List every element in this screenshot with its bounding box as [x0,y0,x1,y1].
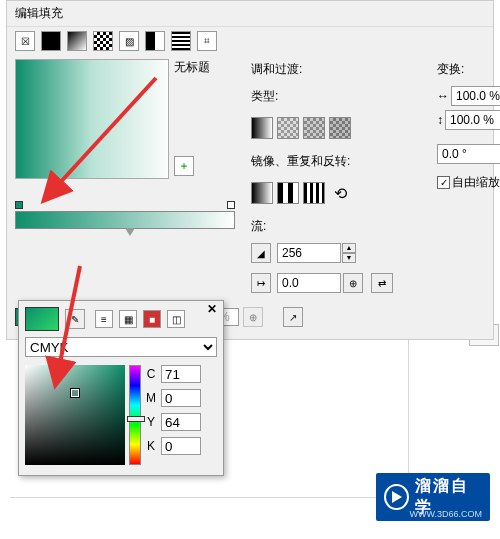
eyedropper-button[interactable]: ✎ [65,309,85,329]
picker-mode-sliders[interactable]: ≡ [95,310,113,328]
flow-input[interactable]: 256 [277,243,341,263]
fill-type-none[interactable]: ☒ [15,31,35,51]
fill-type-texture[interactable]: ▨ [119,31,139,51]
gradient-track[interactable] [15,211,235,229]
picker-mode-viewer[interactable]: ▦ [119,310,137,328]
cmyk-inputs: C M Y K [145,365,201,465]
mirror-repeat[interactable] [277,182,299,204]
flow-spin-down[interactable]: ▼ [342,253,356,263]
picker-mode-mixer[interactable]: ◫ [167,310,185,328]
m-label: M [145,391,157,405]
c-input[interactable] [161,365,201,383]
transform-width-input[interactable]: 100.0 % [451,86,500,106]
type-checker-1[interactable] [277,117,299,139]
fill-type-solid[interactable] [41,31,61,51]
gradient-preview [15,59,169,179]
sv-picker[interactable] [25,365,125,465]
picker-preview-chip [25,307,59,331]
c-label: C [145,367,157,381]
offset-arrow-icon: ↦ [251,273,271,293]
type-label: 类型: [251,88,397,105]
type-checker-2[interactable] [303,117,325,139]
fill-type-toolbar: ☒ ▨ ⌗ [7,27,493,55]
offset-input[interactable]: 0.0 [277,273,341,293]
mirror-swatches: ⟲ [251,182,397,204]
watermark-logo: 溜溜自学 WWW.3D66.COM [376,473,490,521]
hue-slider[interactable] [129,365,141,465]
color-picker-panel: ✕ ✎ ≡ ▦ ■ ◫ CMYK C M Y K [18,300,224,476]
fill-type-grid[interactable] [171,31,191,51]
transform-height-input[interactable]: 100.0 % [445,110,500,130]
node-opacity-2-extra: ⊕ [243,307,263,327]
type-linear[interactable] [251,117,273,139]
gradient-stop-end[interactable] [227,201,235,209]
free-scale-label: 自由缩放和 [452,174,500,191]
m-input[interactable] [161,389,201,407]
plus-icon: ＋ [179,159,189,173]
play-icon [384,484,409,510]
fill-editor-window: 编辑填充 ☒ ▨ ⌗ 无标题 ＋ [6,0,494,340]
fill-type-pattern[interactable] [93,31,113,51]
transform-rotation-input[interactable]: 0.0 ° [437,144,500,164]
y-label: Y [145,415,157,429]
swap-colors-button[interactable]: ⇄ [371,273,393,293]
offset-extra-button[interactable]: ⊕ [343,273,363,293]
fill-type-postscript[interactable]: ⌗ [197,31,217,51]
node-blend-button[interactable]: ↗ [283,307,303,327]
mirror-reflect[interactable] [303,182,325,204]
fill-type-gradient[interactable] [67,31,87,51]
mirror-none[interactable] [251,182,273,204]
gradient-midpoint-handle[interactable] [125,228,135,236]
preset-name-label: 无标题 [174,59,210,76]
flow-spin-up[interactable]: ▲ [342,243,356,253]
hue-thumb[interactable] [127,416,145,422]
type-checker-3[interactable] [329,117,351,139]
reverse-button[interactable]: ⟲ [329,182,351,204]
flow-label: 流: [251,218,397,235]
window-title: 编辑填充 [7,1,493,27]
logo-site: WWW.3D66.COM [409,509,482,519]
picker-close-button[interactable]: ✕ [205,303,219,317]
type-swatches [251,117,397,139]
add-preset-button[interactable]: ＋ [174,156,194,176]
sv-cursor[interactable] [71,389,79,397]
picker-mode-palette[interactable]: ■ [143,310,161,328]
transform-heading: 变换: [437,61,500,78]
harmonics-heading: 调和过渡: [251,61,397,78]
width-icon: ↔ [437,89,449,103]
flow-icon: ◢ [251,243,271,263]
gradient-slider[interactable] [15,201,235,239]
mirror-label: 镜像、重复和反转: [251,153,397,170]
gradient-stop-start[interactable] [15,201,23,209]
fill-type-twocolor[interactable] [145,31,165,51]
free-scale-checkbox[interactable]: ✓ [437,176,450,189]
color-model-select[interactable]: CMYK [25,337,217,357]
k-label: K [145,439,157,453]
height-icon: ↕ [437,113,443,127]
y-input[interactable] [161,413,201,431]
k-input[interactable] [161,437,201,455]
